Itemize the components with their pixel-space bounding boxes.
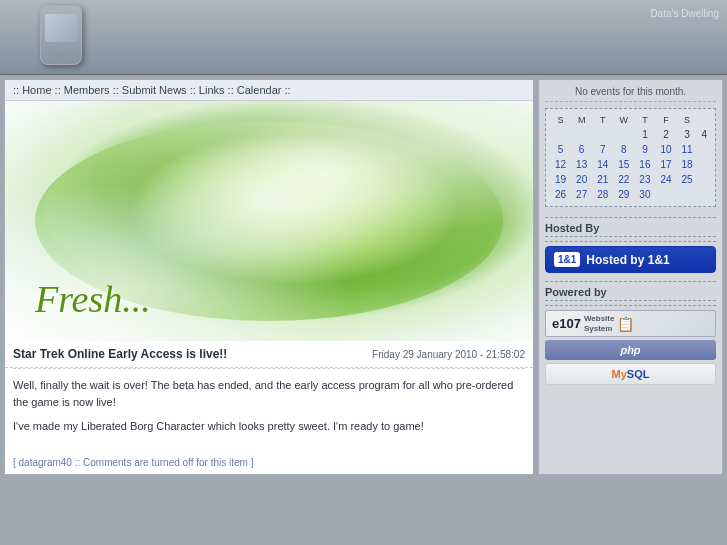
calendar-day[interactable]: 13 bbox=[571, 157, 592, 172]
nav-members[interactable]: :: Members bbox=[55, 84, 110, 96]
calendar-row: 12131415161718 bbox=[550, 157, 711, 172]
php-logo: php bbox=[545, 340, 716, 360]
powered-divider bbox=[545, 305, 716, 306]
calendar-day[interactable]: 18 bbox=[677, 157, 698, 172]
powered-by-title: Powered by bbox=[545, 286, 716, 301]
calendar-day bbox=[592, 127, 613, 142]
php-text: php bbox=[620, 344, 640, 356]
calendar-day[interactable]: 11 bbox=[677, 142, 698, 157]
site-title: Data's Dwelling bbox=[650, 8, 719, 19]
hosted-badge-number: 1&1 bbox=[554, 252, 580, 267]
fresh-text: Fresh... bbox=[35, 277, 151, 321]
cal-header-t2: T bbox=[634, 113, 655, 127]
calendar-day[interactable]: 9 bbox=[634, 142, 655, 157]
mysql-my: My bbox=[612, 368, 627, 380]
calendar-day bbox=[613, 127, 634, 142]
calendar-row: 19202122232425 bbox=[550, 172, 711, 187]
e107-icon: 📋 bbox=[617, 316, 634, 332]
mysql-logo: MySQL bbox=[545, 363, 716, 385]
calendar-day[interactable]: 12 bbox=[550, 157, 571, 172]
hosted-badge-text: Hosted by 1&1 bbox=[586, 253, 669, 267]
cal-header-f: F bbox=[655, 113, 676, 127]
calendar-day[interactable]: 15 bbox=[613, 157, 634, 172]
cal-header-m: M bbox=[571, 113, 592, 127]
calendar-day: 1 bbox=[634, 127, 655, 142]
hosted-section: Hosted By 1&1 Hosted by 1&1 bbox=[545, 222, 716, 273]
calendar-table: S M T W T F S 12345678910111213141516171… bbox=[550, 113, 711, 202]
nav-submit-news[interactable]: :: Submit News bbox=[113, 84, 187, 96]
post-title: Star Trek Online Early Access is live!! bbox=[13, 347, 227, 361]
cal-header-s1: S bbox=[550, 113, 571, 127]
calendar-day[interactable]: 30 bbox=[634, 187, 655, 202]
calendar-day: 4 bbox=[698, 127, 711, 142]
e107-logo: e107 WebsiteSystem 📋 bbox=[545, 310, 716, 337]
calendar-day bbox=[571, 127, 592, 142]
calendar-day[interactable]: 7 bbox=[592, 142, 613, 157]
calendar-day[interactable]: 16 bbox=[634, 157, 655, 172]
cal-header-t1: T bbox=[592, 113, 613, 127]
calendar-day[interactable]: 6 bbox=[571, 142, 592, 157]
calendar-row: 567891011 bbox=[550, 142, 711, 157]
calendar-day[interactable]: 23 bbox=[634, 172, 655, 187]
nav-home[interactable]: :: Home bbox=[13, 84, 52, 96]
mysql-sql: SQL bbox=[627, 368, 650, 380]
calendar-day: 2 bbox=[655, 127, 676, 142]
calendar-container: S M T W T F S 12345678910111213141516171… bbox=[545, 108, 716, 207]
site-header: Data's Dwelling bbox=[0, 0, 727, 75]
e107-sub: WebsiteSystem bbox=[584, 314, 615, 333]
calendar-day[interactable]: 29 bbox=[613, 187, 634, 202]
calendar-section: No events for this month. S M T W T F S bbox=[545, 86, 716, 207]
post-footer: [ datagram40 :: Comments are turned off … bbox=[5, 451, 533, 474]
powered-section: Powered by e107 WebsiteSystem 📋 php MySQ… bbox=[545, 286, 716, 385]
page-wrapper: Data's Dwelling :: Home :: Members :: Su… bbox=[0, 0, 727, 479]
calendar-row: 1234 bbox=[550, 127, 711, 142]
main-content: :: Home :: Members :: Submit News :: Lin… bbox=[4, 79, 534, 475]
calendar-day[interactable]: 25 bbox=[677, 172, 698, 187]
calendar-day[interactable]: 17 bbox=[655, 157, 676, 172]
calendar-day[interactable]: 14 bbox=[592, 157, 613, 172]
lime-background: Fresh... bbox=[5, 101, 533, 341]
e107-text: e107 bbox=[552, 316, 581, 331]
calendar-day bbox=[677, 187, 698, 202]
calendar-day[interactable]: 5 bbox=[550, 142, 571, 157]
hosted-divider bbox=[545, 241, 716, 242]
calendar-row: 2627282930 bbox=[550, 187, 711, 202]
calendar-day[interactable]: 27 bbox=[571, 187, 592, 202]
hosted-badge[interactable]: 1&1 Hosted by 1&1 bbox=[545, 246, 716, 273]
calendar-day[interactable]: 20 bbox=[571, 172, 592, 187]
nav-links[interactable]: :: Links bbox=[190, 84, 225, 96]
post-date: Friday 29 January 2010 - 21:58:02 bbox=[372, 349, 525, 360]
main-layout: :: Home :: Members :: Submit News :: Lin… bbox=[0, 75, 727, 479]
no-events-text: No events for this month. bbox=[545, 86, 716, 102]
calendar-day: 3 bbox=[677, 127, 698, 142]
calendar-day[interactable]: 8 bbox=[613, 142, 634, 157]
calendar-day[interactable]: 28 bbox=[592, 187, 613, 202]
calendar-day[interactable]: 10 bbox=[655, 142, 676, 157]
calendar-day[interactable]: 22 bbox=[613, 172, 634, 187]
nav-calendar[interactable]: :: Calendar :: bbox=[228, 84, 291, 96]
cal-header-w: W bbox=[613, 113, 634, 127]
post-paragraph-2: I've made my Liberated Borg Character wh… bbox=[13, 418, 525, 435]
sidebar-divider-2 bbox=[545, 281, 716, 282]
sidebar-divider-1 bbox=[545, 217, 716, 218]
post-author-link[interactable]: [ datagram40 :: Comments are turned off … bbox=[13, 457, 253, 468]
calendar-day bbox=[655, 187, 676, 202]
calendar-day[interactable]: 26 bbox=[550, 187, 571, 202]
cal-header-s2: S bbox=[677, 113, 698, 127]
calendar-day[interactable]: 19 bbox=[550, 172, 571, 187]
post-header: Star Trek Online Early Access is live!! … bbox=[5, 341, 533, 368]
calendar-day[interactable]: 21 bbox=[592, 172, 613, 187]
phone-icon bbox=[40, 5, 82, 65]
calendar-day[interactable]: 24 bbox=[655, 172, 676, 187]
calendar-day bbox=[550, 127, 571, 142]
post-paragraph-1: Well, finally the wait is over! The beta… bbox=[13, 377, 525, 410]
post-body: Well, finally the wait is over! The beta… bbox=[5, 369, 533, 451]
blog-area: Fresh... Star Trek Online Early Access i… bbox=[5, 101, 533, 474]
hosted-by-title: Hosted By bbox=[545, 222, 716, 237]
header-logo bbox=[40, 5, 95, 70]
cal-body: 1234567891011121314151617181920212223242… bbox=[550, 127, 711, 202]
right-sidebar: No events for this month. S M T W T F S bbox=[538, 79, 723, 475]
navbar: :: Home :: Members :: Submit News :: Lin… bbox=[5, 80, 533, 101]
featured-image: Fresh... bbox=[5, 101, 533, 341]
